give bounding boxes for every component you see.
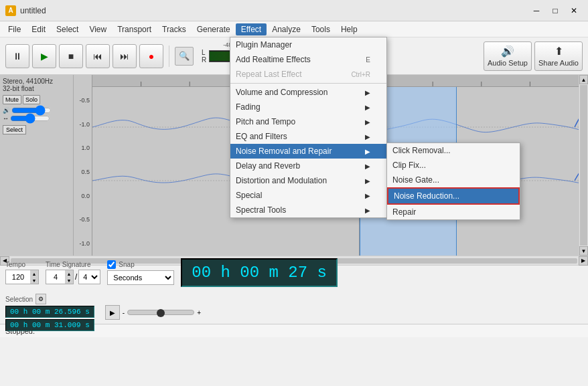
app-icon: A xyxy=(5,5,16,16)
close-button[interactable]: ✕ xyxy=(565,4,583,17)
pitch-arrow: ▶ xyxy=(365,118,370,126)
scroll-up-button[interactable]: ▲ xyxy=(579,75,588,84)
delay-arrow: ▶ xyxy=(365,163,370,170)
selection-start[interactable]: 00 h 00 m 26.596 s xyxy=(5,306,94,318)
special-arrow: ▶ xyxy=(365,192,370,199)
delay-reverb-item[interactable]: Delay and Reverb ▶ xyxy=(230,159,386,173)
add-realtime-item[interactable]: Add Realtime Effects E xyxy=(230,52,386,67)
audio-setup-button[interactable]: 🔊 Audio Setup xyxy=(484,41,532,71)
scale-label: -0.5 xyxy=(74,97,90,104)
snap-dropdown[interactable]: Seconds Beats Measures xyxy=(107,270,174,285)
stop-button[interactable]: ■ xyxy=(59,44,83,68)
status-text: Stopped. xyxy=(5,327,35,335)
menu-help[interactable]: Help xyxy=(336,23,363,35)
time-sig-numerator[interactable] xyxy=(46,270,65,284)
menu-effect[interactable]: Effect xyxy=(236,23,267,35)
zoom-button[interactable]: 🔍 xyxy=(175,47,194,66)
snap-checkbox[interactable] xyxy=(107,260,116,269)
position-slider-track[interactable] xyxy=(127,310,194,315)
menu-transport[interactable]: Transport xyxy=(112,23,157,35)
clip-fix-item[interactable]: Clip Fix... xyxy=(387,158,520,173)
time-sig-denominator[interactable]: 4 8 xyxy=(78,270,100,284)
menu-edit[interactable]: Edit xyxy=(26,23,51,35)
repair-item[interactable]: Repair xyxy=(387,205,520,219)
snap-row: Snap xyxy=(107,260,174,269)
minimize-button[interactable]: ─ xyxy=(528,4,545,17)
pan-label: ↔ xyxy=(3,115,9,122)
plugin-manager-item[interactable]: Plugin Manager xyxy=(230,37,386,52)
menu-select[interactable]: Select xyxy=(51,23,84,35)
pause-button[interactable]: ⏸ xyxy=(5,44,29,68)
record-button[interactable]: ● xyxy=(139,44,163,68)
distortion-item[interactable]: Distortion and Modulation ▶ xyxy=(230,173,386,188)
menu-generate[interactable]: Generate xyxy=(192,23,236,35)
scale-label: 0.0 xyxy=(74,193,90,199)
share-audio-button[interactable]: ⬆ Share Audio xyxy=(534,41,583,71)
fading-arrow: ▶ xyxy=(365,104,370,111)
scale-label: -0.5 xyxy=(74,216,90,223)
solo-button[interactable]: Solo xyxy=(23,95,40,104)
tempo-up[interactable]: ▲ xyxy=(30,270,38,277)
spectral-arrow: ▶ xyxy=(365,207,370,214)
menu-analyze[interactable]: Analyze xyxy=(267,23,306,35)
position-slider-thumb[interactable] xyxy=(157,309,165,317)
skip-forward-button[interactable]: ⏭ xyxy=(113,44,137,68)
menu-file[interactable]: File xyxy=(3,23,26,35)
select-row: Select xyxy=(3,124,70,134)
skip-back-button[interactable]: ⏮ xyxy=(86,44,110,68)
volume-arrow: ▶ xyxy=(365,89,370,96)
eq-filters-item[interactable]: EQ and Filters ▶ xyxy=(230,129,386,144)
bottom-row1: Tempo ▲ ▼ Time Signature ▲ ▼ xyxy=(5,258,583,287)
share-audio-icon: ⬆ xyxy=(555,45,563,58)
minus-label: - xyxy=(123,309,125,316)
audio-setup-icon: 🔊 xyxy=(501,45,514,58)
bottom-row2: Selection ⚙ 00 h 00 m 26.596 s 00 h 00 m… xyxy=(5,294,583,331)
play-start-button[interactable]: ▶ xyxy=(105,305,120,320)
pitch-tempo-item[interactable]: Pitch and Tempo ▶ xyxy=(230,114,386,129)
mute-button[interactable]: Mute xyxy=(3,95,21,104)
tempo-input[interactable] xyxy=(6,270,30,284)
scroll-thumb[interactable] xyxy=(580,85,587,246)
menu-tracks[interactable]: Tracks xyxy=(157,23,192,35)
menu-view[interactable]: View xyxy=(84,23,112,35)
snap-label: Snap xyxy=(119,261,134,268)
fading-item[interactable]: Fading ▶ xyxy=(230,100,386,114)
track-controls: Mute Solo xyxy=(3,95,70,104)
effect-menu-dropdown: Plugin Manager Add Realtime Effects E Re… xyxy=(230,37,387,218)
noise-reduction-item[interactable]: Noise Reduction... xyxy=(387,187,520,205)
maximize-button[interactable]: □ xyxy=(546,4,564,17)
eq-arrow: ▶ xyxy=(365,133,370,140)
v-scrollbar[interactable]: ▲ ▼ xyxy=(579,75,588,256)
scroll-down-button[interactable]: ▼ xyxy=(579,246,588,256)
click-removal-item[interactable]: Click Removal... xyxy=(387,143,520,158)
spectral-tools-item[interactable]: Spectral Tools ▶ xyxy=(230,203,386,217)
scale-labels: -0.5 -1.0 1.0 0.5 0.0 -0.5 -1.0 xyxy=(74,75,92,256)
scale-label: -1.0 xyxy=(74,240,90,247)
selection-section: Selection ⚙ 00 h 00 m 26.596 s 00 h 00 m… xyxy=(5,294,94,331)
special-item[interactable]: Special ▶ xyxy=(230,188,386,203)
repeat-last-item: Repeat Last Effect Ctrl+R xyxy=(230,67,386,82)
timesig-num-down[interactable]: ▼ xyxy=(65,277,73,284)
clock-display: 00 h 00 m 27 s xyxy=(181,258,338,287)
menu-tools[interactable]: Tools xyxy=(306,23,336,35)
noise-removal-item[interactable]: Noise Removal and Repair ▶ Click Removal… xyxy=(230,144,386,159)
selection-settings-button[interactable]: ⚙ xyxy=(35,294,46,304)
lr-label: LR xyxy=(202,49,206,64)
timesig-num-up[interactable]: ▲ xyxy=(65,270,73,277)
volume-compression-item[interactable]: Volume and Compression ▶ xyxy=(230,85,386,100)
select-button[interactable]: Select xyxy=(3,125,26,134)
distortion-arrow: ▶ xyxy=(365,177,370,185)
title-bar: A untitled ─ □ ✕ xyxy=(0,0,588,21)
tempo-down[interactable]: ▼ xyxy=(30,277,38,284)
track-info-panel: Stereo, 44100Hz32-bit float Mute Solo 🔊 … xyxy=(0,75,74,256)
volume-icon: 🔊 xyxy=(3,107,10,114)
track-info: Stereo, 44100Hz32-bit float xyxy=(3,78,70,92)
noise-gate-item[interactable]: Noise Gate... xyxy=(387,173,520,187)
tempo-label: Tempo xyxy=(5,261,39,268)
bottom-toolbar: Tempo ▲ ▼ Time Signature ▲ ▼ xyxy=(0,265,588,324)
play-button[interactable]: ▶ xyxy=(32,44,56,68)
selection-label: Selection xyxy=(5,296,33,303)
window-title: untitled xyxy=(20,6,46,15)
audio-controls: 🔊 Audio Setup ⬆ Share Audio xyxy=(484,41,583,71)
pan-slider[interactable] xyxy=(10,115,50,122)
